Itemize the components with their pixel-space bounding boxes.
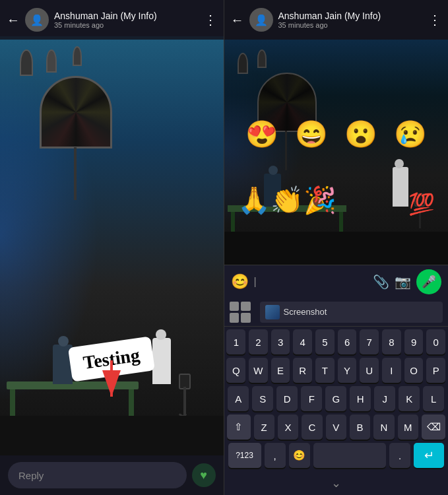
- screenshot-suggestion[interactable]: Screenshot: [260, 302, 443, 323]
- right-image-area: 😍 😄 😮 😢 🙏 👏 🎉 💯: [224, 40, 449, 265]
- key-2[interactable]: 2: [249, 329, 268, 354]
- heart-icon: ♥: [200, 469, 207, 482]
- key-h[interactable]: H: [350, 386, 371, 411]
- key-3[interactable]: 3: [271, 329, 290, 354]
- grid-icon[interactable]: [230, 302, 251, 323]
- key-v[interactable]: V: [326, 414, 346, 440]
- suggestion-text: Screenshot: [284, 307, 327, 317]
- person2-head: [156, 329, 166, 340]
- camera-icon[interactable]: 📷: [395, 274, 411, 290]
- reply-input[interactable]: Reply: [8, 462, 187, 488]
- key-8[interactable]: 8: [382, 329, 401, 354]
- right-time: 35 minutes ago: [278, 21, 426, 29]
- right-header-info: Anshuman Jain (My Info) 35 minutes ago: [278, 11, 426, 29]
- table-leg-right: [129, 389, 134, 416]
- key-7[interactable]: 7: [360, 329, 379, 354]
- emoji-prayer[interactable]: 🙏: [238, 185, 271, 216]
- emoji-clap[interactable]: 👏: [271, 185, 304, 216]
- grid-cell-4: [241, 313, 251, 323]
- person1-head: [58, 336, 69, 346]
- scene-background: Testing: [0, 36, 224, 455]
- key-o[interactable]: O: [404, 358, 424, 383]
- mic-button[interactable]: 🎤: [416, 269, 441, 294]
- enter-key[interactable]: ↵: [414, 443, 444, 468]
- key-e[interactable]: E: [271, 358, 290, 383]
- key-g[interactable]: G: [325, 386, 346, 411]
- key-c[interactable]: C: [302, 414, 322, 440]
- hide-keyboard-button[interactable]: ⌄: [331, 476, 341, 490]
- emoji-grinning[interactable]: 😄: [295, 119, 328, 150]
- num-sym-key[interactable]: ?123: [228, 443, 261, 468]
- right-back-button[interactable]: ←: [231, 13, 244, 28]
- right-avatar: 👤: [249, 8, 273, 32]
- key-i[interactable]: I: [382, 358, 401, 383]
- key-f[interactable]: F: [301, 386, 322, 411]
- emoji-heart-eyes[interactable]: 😍: [245, 119, 278, 150]
- red-arrow: [98, 360, 125, 409]
- key-k[interactable]: K: [399, 386, 420, 411]
- key-1[interactable]: 1: [226, 329, 245, 354]
- keyboard-rows: 1 2 3 4 5 6 7 8 9 0 Q W E R T Y U I: [224, 327, 449, 468]
- key-6[interactable]: 6: [338, 329, 357, 354]
- key-p[interactable]: P: [426, 358, 445, 383]
- key-x[interactable]: X: [278, 414, 298, 440]
- emoji-astonished[interactable]: 😮: [344, 119, 377, 150]
- key-0[interactable]: 0: [426, 329, 445, 354]
- heart-button[interactable]: ♥: [192, 463, 216, 487]
- mic-icon: 🎤: [422, 275, 436, 289]
- key-5[interactable]: 5: [315, 329, 335, 354]
- space-key[interactable]: [313, 443, 387, 468]
- left-time: 35 minutes ago: [54, 21, 201, 29]
- key-d[interactable]: D: [276, 386, 298, 411]
- key-z[interactable]: Z: [254, 414, 274, 440]
- attach-icon[interactable]: 📎: [373, 274, 389, 290]
- key-s[interactable]: S: [252, 386, 273, 411]
- left-image-scene: Testing: [0, 36, 224, 455]
- left-avatar: 👤: [25, 8, 49, 32]
- left-bottom-bar: Reply ♥: [0, 455, 224, 495]
- left-back-button[interactable]: ←: [7, 13, 20, 28]
- emoji-crying[interactable]: 😢: [394, 119, 427, 150]
- key-row-numbers: 1 2 3 4 5 6 7 8 9 0: [227, 329, 446, 354]
- scene-floor: [0, 416, 224, 455]
- key-j[interactable]: J: [374, 386, 395, 411]
- key-4[interactable]: 4: [293, 329, 312, 354]
- ceiling-light-3: [73, 46, 82, 66]
- key-u[interactable]: U: [360, 358, 379, 383]
- right-header: ← 👤 Anshuman Jain (My Info) 35 minutes a…: [224, 0, 449, 40]
- key-q[interactable]: Q: [226, 358, 245, 383]
- key-y[interactable]: Y: [338, 358, 357, 383]
- right-light-2: [257, 50, 267, 68]
- key-t[interactable]: T: [315, 358, 335, 383]
- comma-key[interactable]: ,: [265, 443, 286, 468]
- emoji-input-icon[interactable]: 😊: [231, 273, 249, 290]
- key-l[interactable]: L: [423, 386, 444, 411]
- shift-key[interactable]: ⇧: [227, 414, 251, 440]
- key-m[interactable]: M: [398, 414, 418, 440]
- key-b[interactable]: B: [350, 414, 370, 440]
- right-person2-head: [395, 159, 404, 168]
- right-contact-name: Anshuman Jain (My Info): [278, 11, 426, 21]
- suggestion-row: Screenshot: [224, 298, 449, 327]
- key-n[interactable]: N: [373, 414, 394, 440]
- period-key[interactable]: .: [389, 443, 410, 468]
- hundred-emoji[interactable]: 💯: [408, 191, 435, 216]
- emoji-reactions-row2: 🙏 👏 🎉: [224, 185, 350, 216]
- keyboard-nav-bar: ⌄: [224, 471, 449, 495]
- key-row-bottom: ?123 , 😊 . ↵: [227, 443, 446, 468]
- scene-umbrella: [40, 76, 112, 148]
- left-header-info: Anshuman Jain (My Info) 35 minutes ago: [54, 11, 201, 29]
- emoji-tada[interactable]: 🎉: [304, 185, 336, 216]
- umbrella-stand: [74, 147, 77, 200]
- left-more-button[interactable]: ⋮: [204, 12, 217, 28]
- emoji-keyboard-key[interactable]: 😊: [289, 443, 310, 468]
- right-more-button[interactable]: ⋮: [428, 12, 441, 28]
- backspace-key[interactable]: ⌫: [422, 414, 445, 440]
- grid-cell-2: [241, 302, 251, 312]
- key-r[interactable]: R: [293, 358, 312, 383]
- right-floor: [224, 232, 449, 265]
- key-a[interactable]: A: [228, 386, 249, 411]
- grid-cell-1: [230, 302, 240, 312]
- key-9[interactable]: 9: [404, 329, 424, 354]
- key-w[interactable]: W: [249, 358, 268, 383]
